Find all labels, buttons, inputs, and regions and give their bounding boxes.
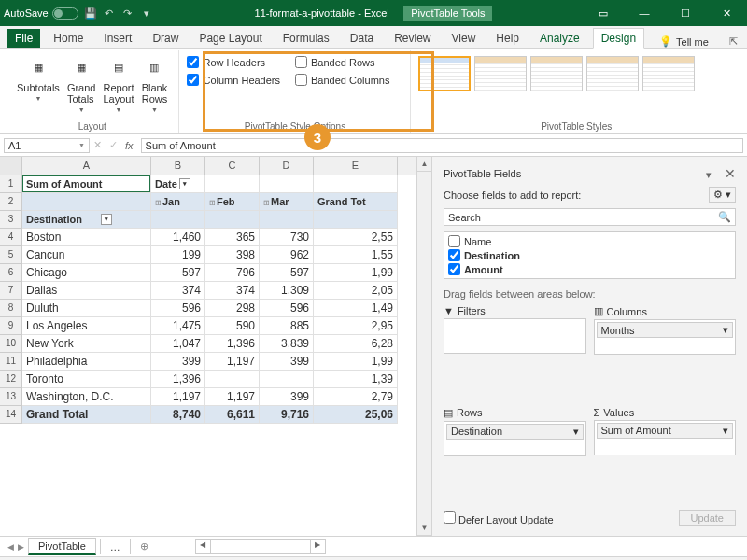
cell[interactable]: New York [22,335,151,353]
cell[interactable]: 1,197 [151,388,205,406]
redo-icon[interactable]: ↷ [121,7,134,20]
cell[interactable]: 6,28 [314,335,398,353]
cell[interactable]: ⊞Mar [260,193,314,211]
cell[interactable]: 399 [151,353,205,371]
columns-area[interactable]: Months▾ [594,319,737,355]
cell[interactable] [260,211,314,229]
sheet-nav-prev-icon[interactable]: ◀ [7,542,14,552]
row-header[interactable]: 5 [0,246,22,264]
row-header[interactable]: 11 [0,353,22,371]
new-sheet-icon[interactable]: ⊕ [134,540,154,553]
save-icon[interactable]: 💾 [84,7,97,20]
cell[interactable] [260,371,314,388]
col-header[interactable]: B [151,157,205,175]
cell[interactable]: 399 [260,353,314,371]
share-icon[interactable]: ⇱ [726,35,740,48]
cell[interactable]: 1,99 [314,264,398,282]
cell[interactable]: 885 [260,317,314,335]
cell[interactable]: 2,55 [314,229,398,246]
cell[interactable]: Dallas [22,282,151,300]
style-gallery[interactable] [418,52,695,95]
maximize-icon[interactable]: ☐ [669,0,702,26]
scroll-down-icon[interactable]: ▼ [417,521,431,536]
tab-formulas[interactable]: Formulas [275,29,337,48]
row-header[interactable]: 10 [0,335,22,353]
col-header[interactable]: D [260,157,314,175]
cell[interactable] [205,175,260,193]
cell[interactable]: 1,197 [205,353,260,371]
cell[interactable]: 6,611 [205,406,260,424]
cell[interactable]: 3,839 [260,335,314,353]
column-headers-checkbox[interactable]: Column Headers [187,74,280,86]
tab-review[interactable]: Review [387,29,438,48]
cell[interactable]: Date ▾ [151,175,205,193]
cell[interactable]: 374 [205,282,260,300]
cell[interactable]: 1,396 [151,371,205,388]
cell[interactable]: ⊞Feb [205,193,260,211]
cell[interactable] [314,211,398,229]
tell-me[interactable]: 💡 Tell me [659,35,709,48]
cell[interactable]: 1,460 [151,229,205,246]
cancel-formula-icon[interactable]: ✕ [93,139,102,151]
row-header[interactable]: 14 [0,406,22,424]
undo-icon[interactable]: ↶ [103,7,116,20]
blank-rows-button[interactable]: ▥Blank Rows▼ [137,52,171,115]
cell[interactable]: 1,475 [151,317,205,335]
worksheet[interactable]: A B C D E 1Sum of AmountDate ▾2⊞Jan⊞Feb⊞… [0,157,416,536]
formula-bar[interactable]: Sum of Amount [141,138,743,153]
cell[interactable]: 1,197 [205,388,260,406]
cell[interactable]: 962 [260,246,314,264]
cell[interactable]: 1,39 [314,371,398,388]
name-box[interactable]: A1▼ [4,138,90,153]
cell[interactable]: Philadelphia [22,353,151,371]
cell[interactable]: 1,55 [314,246,398,264]
row-header[interactable]: 6 [0,264,22,282]
row-header[interactable]: 4 [0,229,22,246]
row-header[interactable]: 1 [0,175,22,193]
field-item[interactable]: Amount [446,262,733,276]
vertical-scrollbar[interactable]: ▲ ▼ [416,157,431,536]
scroll-up-icon[interactable]: ▲ [417,157,431,172]
field-search-input[interactable]: Search🔍 [444,208,736,226]
style-thumb[interactable] [586,56,639,91]
update-button[interactable]: Update [679,510,736,526]
cell[interactable] [205,211,260,229]
cell[interactable]: 1,99 [314,353,398,371]
cell[interactable] [260,175,314,193]
banded-columns-checkbox[interactable]: Banded Columns [295,74,389,86]
cell[interactable]: Toronto [22,371,151,388]
col-header[interactable]: E [314,157,398,175]
area-item[interactable]: Destination▾ [446,424,584,440]
cell[interactable]: Washington, D.C. [22,388,151,406]
rows-area[interactable]: Destination▾ [444,421,586,456]
style-thumb[interactable] [418,56,471,91]
select-all-corner[interactable] [0,157,22,175]
subtotals-button[interactable]: ▦Subtotals▼ [13,52,63,104]
cell[interactable]: 2,95 [314,317,398,335]
field-item[interactable]: Name [446,234,733,248]
cell[interactable]: Chicago [22,264,151,282]
row-header[interactable]: 9 [0,317,22,335]
cell[interactable]: Duluth [22,300,151,317]
cell[interactable]: 298 [205,300,260,317]
cell[interactable]: 590 [205,317,260,335]
style-thumb[interactable] [474,56,527,91]
cell[interactable]: 2,79 [314,388,398,406]
cell[interactable]: Sum of Amount [22,175,151,193]
col-header[interactable]: A [22,157,151,175]
cell[interactable] [151,211,205,229]
taskpane-dropdown-icon[interactable]: ▾ [706,169,712,180]
style-thumb[interactable] [642,56,695,91]
field-item[interactable]: Destination [446,248,733,262]
report-layout-button[interactable]: ▤Report Layout▼ [99,52,137,115]
cell[interactable]: 596 [151,300,205,317]
cell[interactable]: 2,05 [314,282,398,300]
qat-more-icon[interactable]: ▾ [140,7,153,20]
tab-analyze[interactable]: Analyze [532,29,587,48]
defer-layout-checkbox[interactable]: Defer Layout Update [444,511,554,525]
cell[interactable]: 398 [205,246,260,264]
row-header[interactable]: 7 [0,282,22,300]
values-area[interactable]: Sum of Amount▾ [594,420,737,455]
close-icon[interactable]: ✕ [710,0,743,26]
tab-help[interactable]: Help [488,29,527,48]
